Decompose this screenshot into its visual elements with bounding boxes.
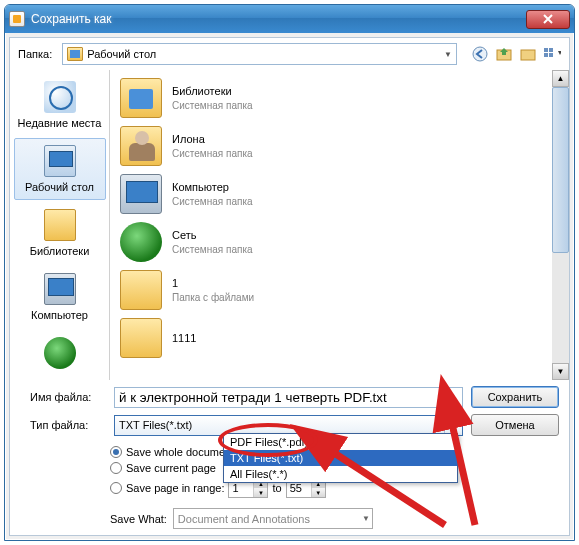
user-folder-icon xyxy=(120,126,162,166)
app-icon xyxy=(9,11,25,27)
dropdown-item[interactable]: PDF Files(*.pdf) xyxy=(224,434,457,450)
folder-select[interactable]: Рабочий стол ▼ xyxy=(62,43,457,65)
libraries-icon xyxy=(44,209,76,241)
list-item[interactable]: Компьютер Системная папка xyxy=(114,170,565,218)
svg-rect-3 xyxy=(544,48,548,52)
scrollbar[interactable]: ▲ ▼ xyxy=(552,70,569,380)
desktop-icon xyxy=(67,47,83,61)
scroll-track[interactable] xyxy=(552,87,569,363)
spin-down-icon[interactable]: ▼ xyxy=(312,488,325,497)
list-item[interactable]: Илона Системная папка xyxy=(114,122,565,170)
sidebar-item-desktop[interactable]: Рабочий стол xyxy=(14,138,106,200)
item-subtitle: Системная папка xyxy=(172,99,253,112)
scroll-up-button[interactable]: ▲ xyxy=(552,70,569,87)
close-button[interactable] xyxy=(526,10,570,29)
sidebar-item-label: Рабочий стол xyxy=(25,181,94,193)
item-name: 1111 xyxy=(172,331,196,345)
save-as-dialog: Сохранить как Папка: Рабочий стол ▼ xyxy=(4,4,575,541)
item-subtitle: Системная папка xyxy=(172,147,253,160)
item-name: Сеть xyxy=(172,228,253,242)
close-icon xyxy=(542,14,554,24)
computer-icon xyxy=(120,174,162,214)
item-name: 1 xyxy=(172,276,254,290)
sidebar-item-label: Недавние места xyxy=(18,117,102,129)
range-to-label: to xyxy=(272,482,281,494)
svg-rect-2 xyxy=(521,50,535,60)
radio-icon xyxy=(110,462,122,474)
view-menu-button[interactable] xyxy=(543,45,561,63)
filetype-label: Тип файла: xyxy=(20,419,106,431)
list-item[interactable]: Библиотеки Системная папка xyxy=(114,74,565,122)
folder-icon xyxy=(120,270,162,310)
chevron-down-icon: ▼ xyxy=(444,416,462,435)
new-folder-button[interactable] xyxy=(519,45,537,63)
radio-label: Save current page xyxy=(126,462,216,474)
scroll-thumb[interactable] xyxy=(552,87,569,253)
radio-label: Save page in range: xyxy=(126,482,224,494)
svg-point-0 xyxy=(473,47,487,61)
chevron-down-icon: ▼ xyxy=(362,514,370,523)
filetype-dropdown[interactable]: PDF Files(*.pdf) TXT Files(*.txt) All Fi… xyxy=(223,433,458,483)
up-button[interactable] xyxy=(495,45,513,63)
svg-rect-5 xyxy=(544,53,548,57)
scroll-down-button[interactable]: ▼ xyxy=(552,363,569,380)
folder-icon xyxy=(120,318,162,358)
chevron-down-icon: ▼ xyxy=(444,50,452,59)
item-subtitle: Системная папка xyxy=(172,195,253,208)
sidebar-item-label: Библиотеки xyxy=(30,245,90,257)
item-name: Илона xyxy=(172,132,253,146)
sidebar-item-network[interactable] xyxy=(14,330,106,380)
filename-input[interactable] xyxy=(114,387,463,408)
computer-icon xyxy=(44,273,76,305)
save-what-combo[interactable]: Document and Annotations ▼ xyxy=(173,508,373,529)
radio-icon xyxy=(110,482,122,494)
svg-rect-6 xyxy=(549,53,553,57)
item-subtitle: Папка с файлами xyxy=(172,291,254,304)
sidebar-item-libraries[interactable]: Библиотеки xyxy=(14,202,106,264)
recent-places-icon xyxy=(44,81,76,113)
desktop-icon xyxy=(44,145,76,177)
sidebar-item-recent[interactable]: Недавние места xyxy=(14,74,106,136)
file-list[interactable]: Библиотеки Системная папка Илона Системн… xyxy=(110,70,569,380)
dialog-content: Папка: Рабочий стол ▼ Недавние места xyxy=(9,37,570,536)
back-button[interactable] xyxy=(471,45,489,63)
save-what-value: Document and Annotations xyxy=(178,513,310,525)
save-what-label: Save What: xyxy=(110,513,167,525)
svg-rect-4 xyxy=(549,48,553,52)
list-item[interactable]: 1111 xyxy=(114,314,565,362)
radio-icon xyxy=(110,446,122,458)
titlebar[interactable]: Сохранить как xyxy=(5,5,574,33)
places-sidebar: Недавние места Рабочий стол Библиотеки К… xyxy=(10,70,110,380)
filename-label: Имя файла: xyxy=(20,391,106,403)
list-item[interactable]: Сеть Системная папка xyxy=(114,218,565,266)
folder-bar: Папка: Рабочий стол ▼ xyxy=(10,38,569,70)
sidebar-item-label: Компьютер xyxy=(31,309,88,321)
libraries-icon xyxy=(120,78,162,118)
dropdown-item[interactable]: All Files(*.*) xyxy=(224,466,457,482)
spin-down-icon[interactable]: ▼ xyxy=(254,488,267,497)
item-name: Библиотеки xyxy=(172,84,253,98)
list-item[interactable]: 1 Папка с файлами xyxy=(114,266,565,314)
cancel-button[interactable]: Отмена xyxy=(471,414,559,436)
item-name: Компьютер xyxy=(172,180,253,194)
network-icon xyxy=(44,337,76,369)
folder-label: Папка: xyxy=(18,48,52,60)
item-subtitle: Системная папка xyxy=(172,243,253,256)
save-button[interactable]: Сохранить xyxy=(471,386,559,408)
filetype-value: TXT Files(*.txt) xyxy=(119,419,192,431)
dropdown-item[interactable]: TXT Files(*.txt) xyxy=(224,450,457,466)
window-title: Сохранить как xyxy=(31,12,526,26)
network-icon xyxy=(120,222,162,262)
folder-value: Рабочий стол xyxy=(87,48,156,60)
main-area: Недавние места Рабочий стол Библиотеки К… xyxy=(10,70,569,380)
sidebar-item-computer[interactable]: Компьютер xyxy=(14,266,106,328)
radio-label: Save whole document xyxy=(126,446,234,458)
